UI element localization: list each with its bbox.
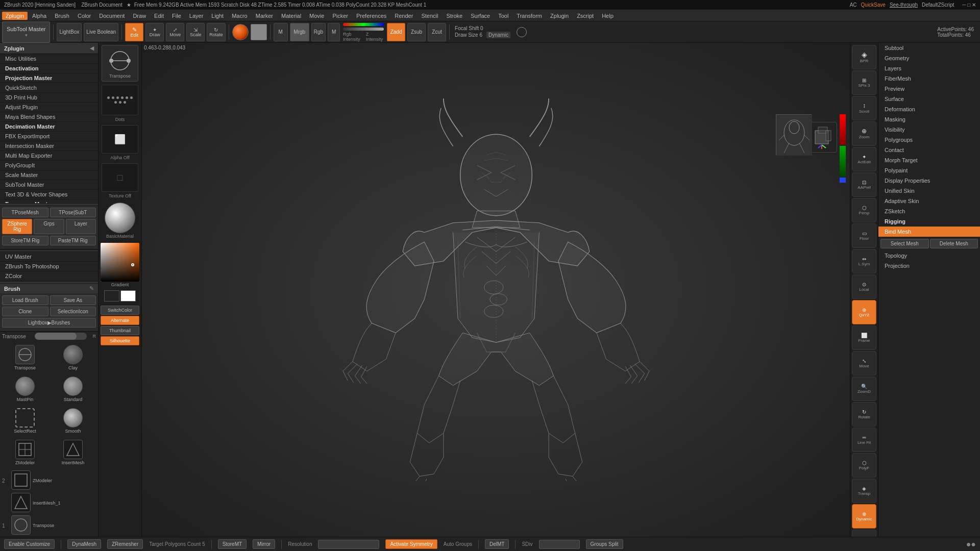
plugin-multimap[interactable]: Multi Map Exporter [0,151,98,161]
scale-btn[interactable]: ⇲ Scale [186,23,205,41]
edit-btn[interactable]: ✎ Edit [125,23,143,41]
polypaint-item[interactable]: Polypaint [878,165,980,176]
plugin-intersection[interactable]: Intersection Masker [0,141,98,151]
material-sphere[interactable] [105,203,135,233]
unified-skin-item[interactable]: Unified Skin [878,186,980,196]
groups-split-btn[interactable]: Groups Split [586,539,623,549]
mrgb-btn[interactable]: Mrgb [290,23,309,41]
rotate-btn[interactable]: ↻ Rotate [207,23,226,41]
zoom-btn[interactable]: ⊕ Zoom [852,121,876,146]
swatch-white[interactable] [120,290,136,302]
plugin-zbrushps[interactable]: ZBrush To Photoshop [0,262,98,271]
delmt-btn[interactable]: DelMT [485,539,509,549]
contact-item[interactable]: Contact [878,145,980,155]
brush-transpose[interactable]: Transpose [2,343,48,372]
lightbox-btn[interactable]: LightBox [57,23,82,41]
floor-btn[interactable]: ▭ Floor [852,223,876,248]
menu-edit[interactable]: Edit [151,12,167,20]
brush-standard[interactable]: Standard [50,374,96,404]
nav-cube[interactable] [806,122,845,163]
menu-stencil[interactable]: Stencil [418,12,442,20]
dynamesh-btn[interactable]: DynaMesh [67,539,101,549]
plugin-zcolor[interactable]: ZColor [0,271,98,281]
selection-icon-btn[interactable]: SelectionIcon [50,307,96,316]
window-controls[interactable]: ─ □ ✕ [962,2,976,8]
brush-selectrect[interactable]: SelectRect [2,406,48,436]
quicksave-btn[interactable]: QuickSave [861,2,886,8]
delete-mesh-btn[interactable]: Delete Mesh [930,239,978,248]
save-as-btn[interactable]: Save As [50,295,96,305]
plugin-quicksketch[interactable]: QuickSketch [0,83,98,93]
storetm-btn[interactable]: StoreTM Rig [2,236,48,245]
plugin-maya[interactable]: Maya Blend Shapes [0,112,98,122]
menu-draw[interactable]: Draw [129,12,150,20]
local-btn[interactable]: ⊙ Local [852,274,876,299]
menu-document[interactable]: Document [95,12,128,20]
menu-layer[interactable]: Layer [186,12,207,20]
dynamic-label[interactable]: Dynamic [486,32,510,38]
geometry-item[interactable]: Geometry [878,53,980,63]
dynamic-btn-right[interactable]: ⊕ Dynamic [852,504,876,529]
plugin-text3d[interactable]: Text 3D & Vector Shapes [0,190,98,199]
move-btn[interactable]: ⤢ Move [166,23,184,41]
thumbnail-btn[interactable]: Thumbnail [101,326,139,335]
topology-item[interactable]: Topology [878,251,980,261]
script-btn[interactable]: DefaultZScript [922,2,954,8]
menu-zscript[interactable]: Zscript [573,12,597,20]
resolution-slider[interactable] [318,540,379,549]
zsketch-item[interactable]: ZSketch [878,206,980,216]
menu-zplugin[interactable]: Zplugin [2,12,28,20]
sdiv-slider[interactable] [539,540,580,549]
visibility-item[interactable]: Visibility [878,124,980,135]
bind-mesh-item[interactable]: Bind Mesh [878,227,980,237]
menu-macro[interactable]: Macro [228,12,251,20]
plugin-projection[interactable]: Projection Master [0,73,98,83]
mirror-btn[interactable]: Mirror [253,539,275,549]
zplugin-collapse[interactable]: ◀ [90,45,94,52]
move-btn-right[interactable]: ⤡ Move [852,351,876,375]
select-mesh-btn[interactable]: Select Mesh [880,239,929,248]
zcut-btn[interactable]: Zcut [428,23,446,41]
menu-render[interactable]: Render [391,12,416,20]
menu-stroke[interactable]: Stroke [443,12,466,20]
brush-smooth[interactable]: Smooth [50,406,96,436]
transp-btn[interactable]: ◈ Transp [852,479,876,503]
menu-alpha[interactable]: Alpha [29,12,50,20]
tpose-subt-btn[interactable]: TPose|SubT [50,208,96,217]
display-properties-item[interactable]: Display Properties [878,176,980,186]
color-sphere[interactable] [232,24,249,40]
zsphere-rig-btn[interactable]: ZSphere Rig [2,219,32,234]
plugin-uvmaster[interactable]: UV Master [0,252,98,262]
grps-btn[interactable]: Grps [34,219,64,234]
zsub-btn[interactable]: Zsub [407,23,426,41]
switch-color-btn[interactable]: SwitchColor [101,306,139,315]
menu-color[interactable]: Color [74,12,94,20]
polygroups-item[interactable]: Polygroups [878,135,980,145]
m-toggle-btn[interactable]: M [328,23,340,41]
polyf-btn[interactable]: ⬡ PolyF [852,453,876,478]
clone-btn[interactable]: Clone [2,307,48,316]
adaptive-skin-item[interactable]: Adaptive Skin [878,196,980,206]
menu-movie[interactable]: Movie [306,12,328,20]
surface-item[interactable]: Surface [878,94,980,104]
subtool-item[interactable]: Subtool [878,43,980,53]
alpha-thumb[interactable]: ⬜ [102,125,138,154]
viewport[interactable]: 0.463-0.288,0.043 [142,43,850,537]
plugin-transpose[interactable]: Transpose Master [0,199,98,203]
menu-file[interactable]: File [168,12,185,20]
layer-btn[interactable]: Layer [66,219,96,234]
frame-btn[interactable]: ⬜ Frame [852,325,876,350]
plugin-scale[interactable]: Scale Master [0,170,98,180]
bpr-btn[interactable]: ◈ BPR [852,45,876,69]
menu-picker[interactable]: Picker [329,12,352,20]
zmodeler2-row[interactable]: 2 ZModeler [2,470,96,491]
zremesher-btn[interactable]: ZRemesher [107,539,143,549]
draw-btn[interactable]: ✦ Draw [145,23,164,41]
storemt-btn[interactable]: StoreMT [218,539,247,549]
swatch-black[interactable] [104,290,119,302]
seethrough-btn[interactable]: See-through [890,2,918,8]
menu-zplugin2[interactable]: Zplugin [547,12,572,20]
m-btn[interactable]: M [274,23,288,41]
masking-item[interactable]: Masking [878,114,980,124]
color-picker[interactable] [101,243,139,282]
